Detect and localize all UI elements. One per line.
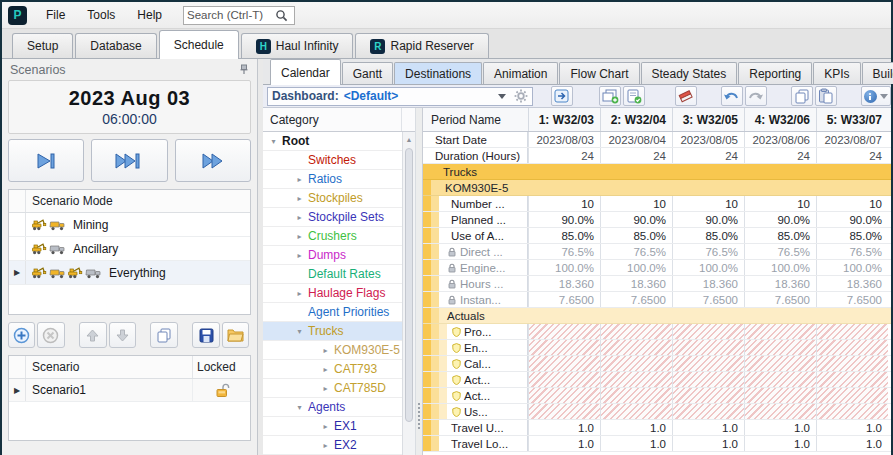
grid-cell[interactable]: 10 [816,196,888,211]
section-row-actuals[interactable]: Actuals [423,308,891,324]
view-tab-animation[interactable]: Animation [483,62,558,84]
tree-item-trucks[interactable]: ▾Trucks [263,322,402,341]
tree-item-dumps[interactable]: ▸Dumps [263,246,402,265]
grid-cell[interactable] [600,356,672,371]
move-up-button[interactable] [79,322,106,348]
tree-item-root[interactable]: ▾Root [263,132,402,151]
grid-cell[interactable]: 76.5% [600,244,672,259]
grid-cell[interactable]: 85.0% [816,228,888,243]
expand-icon[interactable]: ▸ [319,441,332,450]
grid-cell[interactable]: 1.0 [744,420,816,435]
menu-tools[interactable]: Tools [76,5,126,25]
grid-cell[interactable]: 24 [816,148,888,163]
grid-cell[interactable]: 76.5% [528,244,600,259]
grid-cell[interactable]: 100.0% [816,260,888,275]
grid-cell[interactable] [528,340,600,355]
grid-cell[interactable]: 18.360 [528,276,600,291]
tree-item-cat793[interactable]: ▸CAT793 [263,360,402,379]
grid-cell[interactable]: 24 [672,148,744,163]
view-tab-destinations[interactable]: Destinations [394,62,482,84]
unlocked-padlock-icon[interactable] [192,379,250,401]
grid-cell[interactable] [744,388,816,403]
grid-cell[interactable]: 7.6500 [528,292,600,307]
grid-cell[interactable] [816,324,888,339]
tree-scrollbar[interactable]: ▲ [402,132,415,455]
tab-haul-infinity[interactable]: HHaul Infinity [241,33,354,58]
expand-icon[interactable]: ▸ [293,194,306,203]
grid-cell[interactable] [672,324,744,339]
grid-cell[interactable] [528,372,600,387]
grid-cell[interactable] [816,356,888,371]
tree-item-stockpiles[interactable]: ▸Stockpiles [263,189,402,208]
tab-rapid-reserver[interactable]: RRapid Reserver [355,33,488,58]
grid-cell[interactable]: 10 [672,196,744,211]
view-tab-calendar[interactable]: Calendar [270,59,341,85]
expand-icon[interactable]: ▸ [293,251,306,260]
grid-cell[interactable]: 90.0% [744,212,816,227]
grid-cell[interactable]: 2023/08/04 [600,132,672,147]
collapse-icon[interactable]: ▾ [293,327,306,336]
info-menu-button[interactable] [861,86,891,106]
move-down-button[interactable] [109,322,136,348]
grid-cell[interactable]: 10 [744,196,816,211]
scroll-up-icon[interactable]: ▲ [403,132,415,146]
search-box[interactable] [183,6,295,25]
tree-item-agents[interactable]: ▾Agents [263,398,402,417]
tree-item-haulage-flags[interactable]: ▸Haulage Flags [263,284,402,303]
grid-cell[interactable] [816,372,888,387]
grid-cell[interactable] [816,388,888,403]
copy-scenario-button[interactable] [150,322,177,348]
dashboard-report-button[interactable] [623,86,645,106]
view-tab-kpis[interactable]: KPIs [813,62,860,84]
grid-cell[interactable]: 76.5% [672,244,744,259]
grid-cell[interactable]: 1.0 [528,420,600,435]
period-column-header[interactable]: 2: W32/04 [600,108,672,131]
grid-cell[interactable]: 18.360 [600,276,672,291]
grid-cell[interactable] [600,324,672,339]
grid-cell[interactable]: 90.0% [528,212,600,227]
expand-icon[interactable]: ▸ [293,175,306,184]
paste-button[interactable] [815,86,837,106]
grid-cell[interactable]: 85.0% [528,228,600,243]
tree-item-ex1[interactable]: ▸EX1 [263,417,402,436]
grid-cell[interactable]: 90.0% [672,212,744,227]
grid-cell[interactable]: 1.0 [816,420,888,435]
grid-cell[interactable]: 18.360 [816,276,888,291]
scenario-mode-mining[interactable]: Mining [9,213,250,237]
grid-cell[interactable]: 24 [744,148,816,163]
grid-cell[interactable]: 2023/08/03 [528,132,600,147]
section-row-trucks[interactable]: Trucks [423,164,891,180]
grid-cell[interactable] [672,356,744,371]
grid-cell[interactable] [744,404,816,419]
grid-cell[interactable]: 1.0 [528,436,600,451]
scenario-mode-everything[interactable]: ▶Everything [9,261,250,285]
grid-cell[interactable]: 2023/08/05 [672,132,744,147]
grid-cell[interactable]: 100.0% [744,260,816,275]
grid-cell[interactable] [672,404,744,419]
view-tab-gantt[interactable]: Gantt [342,62,393,84]
add-scenario-button[interactable] [8,322,35,348]
open-scenario-button[interactable] [222,322,249,348]
grid-cell[interactable] [672,388,744,403]
tree-item-ex2[interactable]: ▸EX2 [263,436,402,455]
grid-cell[interactable]: 85.0% [672,228,744,243]
eraser-icon[interactable] [675,86,697,106]
tree-item-crushers[interactable]: ▸Crushers [263,227,402,246]
grid-cell[interactable]: 24 [528,148,600,163]
expand-icon[interactable]: ▸ [293,213,306,222]
grid-cell[interactable] [528,388,600,403]
redo-button[interactable] [745,86,767,106]
grid-cell[interactable] [528,356,600,371]
dashboard-selector[interactable]: Dashboard: <Default> [267,87,533,106]
tab-setup[interactable]: Setup [12,33,73,58]
view-tab-flow-chart[interactable]: Flow Chart [559,62,639,84]
grid-cell[interactable]: 1.0 [672,420,744,435]
grid-cell[interactable]: 76.5% [816,244,888,259]
grid-cell[interactable]: 90.0% [600,212,672,227]
grid-cell[interactable]: 2023/08/07 [816,132,888,147]
grid-cell[interactable]: 100.0% [600,260,672,275]
grid-cell[interactable]: 2023/08/06 [744,132,816,147]
grid-cell[interactable] [600,404,672,419]
expand-icon[interactable]: ▸ [319,384,332,393]
expand-icon[interactable]: ▸ [319,422,332,431]
